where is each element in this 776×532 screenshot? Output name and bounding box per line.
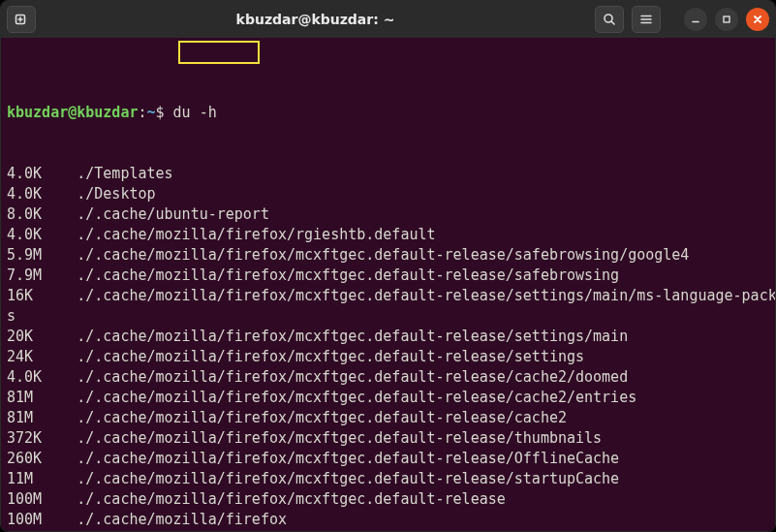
output-row: 81M ./.cache/mozilla/firefox/mcxftgec.de… — [7, 388, 769, 408]
terminal-window: kbuzdar@kbuzdar: ~ — [0, 0, 776, 532]
output-row: 100M ./.cache/mozilla/firefox/mcxftgec.d… — [7, 489, 769, 510]
minimize-button[interactable] — [684, 8, 707, 31]
output-row-wrap: s — [7, 306, 769, 327]
terminal-body[interactable]: kbuzdar@kbuzdar:~$ du -h 4.0K ./Template… — [1, 38, 775, 531]
menu-button[interactable] — [632, 6, 661, 33]
search-button[interactable] — [595, 6, 624, 33]
svg-rect-2 — [724, 16, 729, 22]
output-row: 7.9M ./.cache/mozilla/firefox/mcxftgec.d… — [7, 266, 769, 286]
output-row: 16K ./.cache/mozilla/firefox/mcxftgec.de… — [7, 286, 769, 306]
output-row: 372K ./.cache/mozilla/firefox/mcxftgec.d… — [7, 428, 769, 449]
output-rows: 4.0K ./Templates4.0K ./Desktop8.0K ./.ca… — [7, 164, 769, 531]
maximize-button[interactable] — [715, 8, 738, 31]
output-row: 4.0K ./.cache/mozilla/firefox/rgieshtb.d… — [7, 225, 769, 245]
output-row: 4.0K ./Desktop — [7, 184, 769, 204]
titlebar: kbuzdar@kbuzdar: ~ — [1, 1, 775, 38]
output-row: 8.0K ./.cache/ubuntu-report — [7, 204, 769, 225]
output-row: 4.0K ./.cache/mozilla/firefox/mcxftgec.d… — [7, 367, 769, 388]
output-row: 24K ./.cache/mozilla/firefox/mcxftgec.de… — [7, 347, 769, 367]
output-row: 20K ./.cache/mozilla/firefox/mcxftgec.de… — [7, 327, 769, 347]
output-row: 100M ./.cache/mozilla/firefox — [7, 510, 769, 530]
window-title: kbuzdar@kbuzdar: ~ — [42, 12, 589, 27]
command-text: du -h — [173, 104, 217, 121]
prompt-line: kbuzdar@kbuzdar:~$ du -h — [7, 103, 769, 123]
output-row: 5.9M ./.cache/mozilla/firefox/mcxftgec.d… — [7, 245, 769, 266]
close-button[interactable] — [746, 8, 769, 31]
prompt-user-host: kbuzdar@kbuzdar — [7, 104, 138, 121]
prompt-dollar: $ — [156, 104, 165, 121]
output-row: 4.0K ./Templates — [7, 164, 769, 184]
output-row: 100M ./.cache/mozilla — [7, 530, 769, 531]
output-row: 81M ./.cache/mozilla/firefox/mcxftgec.de… — [7, 408, 769, 428]
prompt-sep: : — [138, 104, 146, 121]
output-row: 11M ./.cache/mozilla/firefox/mcxftgec.de… — [7, 469, 769, 489]
new-tab-button[interactable] — [7, 6, 36, 33]
prompt-path: ~ — [147, 104, 156, 121]
command-highlight-box — [178, 41, 260, 64]
output-row: 260K ./.cache/mozilla/firefox/mcxftgec.d… — [7, 449, 769, 469]
